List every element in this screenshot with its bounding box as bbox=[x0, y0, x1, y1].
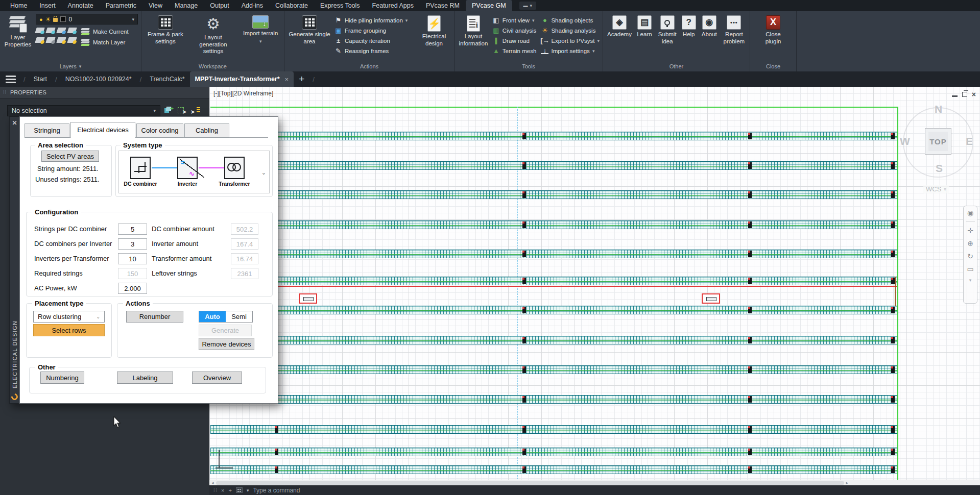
inverters-per-transformer-input[interactable] bbox=[118, 253, 147, 264]
command-grip-icon[interactable]: ∷ bbox=[213, 487, 217, 493]
layer-unlock-tool-icon[interactable] bbox=[67, 37, 77, 43]
submit-idea-button[interactable]: Submit idea bbox=[656, 14, 679, 46]
menu-insert[interactable]: Insert bbox=[33, 0, 61, 11]
auto-toggle-button[interactable]: Auto bbox=[199, 311, 226, 322]
menu-manage[interactable]: Manage bbox=[169, 0, 204, 11]
menu-annotate[interactable]: Annotate bbox=[62, 0, 100, 11]
generate-single-area-button[interactable]: Generate single area bbox=[288, 14, 331, 46]
viewport-minimize-icon[interactable] bbox=[952, 95, 958, 97]
terrain-mesh-button[interactable]: ▲ Terrain mesh bbox=[492, 46, 538, 55]
learn-button[interactable]: ▤ Learn bbox=[635, 14, 654, 40]
orbit-icon[interactable]: ↻ bbox=[967, 252, 973, 260]
pv-panel-row[interactable] bbox=[210, 306, 897, 314]
select-pv-areas-button[interactable]: Select PV areas bbox=[41, 151, 99, 162]
shading-analysis-button[interactable]: ☀ Shading analysis bbox=[541, 26, 600, 35]
layout-information-button[interactable]: Layout information bbox=[458, 14, 489, 48]
command-close-icon[interactable]: × bbox=[221, 487, 224, 493]
command-input[interactable] bbox=[253, 487, 467, 494]
frame-grouping-button[interactable]: ▣ Frame grouping bbox=[334, 26, 415, 35]
file-tab-mppt-inverter-transformer[interactable]: MPPT-Inverter-Transformer* × bbox=[190, 71, 294, 87]
transformer-station-symbol[interactable] bbox=[299, 293, 317, 304]
draw-road-button[interactable]: ∥ Draw road bbox=[492, 36, 538, 45]
chevron-down-icon[interactable]: ▾ bbox=[969, 278, 972, 283]
make-current-button[interactable]: Make Current bbox=[81, 28, 129, 35]
tab-stringing[interactable]: Stringing bbox=[25, 123, 69, 137]
remove-devices-button[interactable]: Remove devices bbox=[199, 338, 254, 350]
academy-button[interactable]: ◈ Academy bbox=[606, 14, 633, 40]
close-plugin-button[interactable]: X Close plugin bbox=[760, 14, 786, 46]
layer-on-tool-icon[interactable] bbox=[35, 37, 45, 43]
viewcube-north[interactable]: N bbox=[935, 103, 942, 115]
hide-piling-information-button[interactable]: ⚑ Hide piling information ▾ bbox=[334, 16, 415, 24]
menu-express-tools[interactable]: Express Tools bbox=[314, 0, 366, 11]
pv-panel-row[interactable] bbox=[210, 395, 897, 404]
wcs-dropdown[interactable]: WCS ▿ bbox=[923, 185, 949, 193]
tab-cabling[interactable]: Cabling bbox=[184, 123, 229, 137]
horizontal-scrollbar[interactable]: ◂ ▸ bbox=[209, 480, 980, 485]
ac-power-input[interactable] bbox=[118, 283, 147, 294]
scrollbar-thumb[interactable] bbox=[216, 481, 844, 485]
selection-type-dropdown[interactable]: No selection ▾ bbox=[7, 105, 160, 116]
scroll-right-icon[interactable]: ▸ bbox=[844, 480, 851, 485]
help-button[interactable]: ? Help bbox=[681, 14, 697, 40]
tab-close-icon[interactable]: × bbox=[285, 76, 289, 83]
numbering-button[interactable]: Numbering bbox=[40, 372, 84, 384]
about-button[interactable]: ◉ About bbox=[699, 14, 720, 40]
menu-home[interactable]: Home bbox=[4, 0, 33, 11]
frame-park-settings-button[interactable]: Frame & park settings bbox=[145, 14, 186, 46]
pv-panel-row[interactable] bbox=[210, 365, 897, 374]
file-tab-trenchcalc[interactable]: TrenchCalc* bbox=[145, 71, 189, 87]
hamburger-menu-icon[interactable] bbox=[3, 71, 18, 87]
viewcube-east[interactable]: E bbox=[966, 135, 973, 147]
scroll-left-icon[interactable]: ◂ bbox=[209, 480, 216, 485]
layout-generation-settings-button[interactable]: ⚙ Layout generation settings bbox=[189, 14, 236, 57]
semi-toggle-button[interactable]: Semi bbox=[226, 311, 252, 322]
import-settings-button[interactable]: ↓ Import settings ▾ bbox=[541, 46, 600, 55]
layer-properties-button[interactable]: Layer Properties bbox=[3, 14, 33, 50]
tab-color-coding[interactable]: Color coding bbox=[136, 123, 183, 137]
showmotion-icon[interactable]: ▭ bbox=[967, 265, 973, 273]
viewport-restore-icon[interactable] bbox=[962, 92, 967, 97]
layer-selector-combo[interactable]: ● ☀ 0 ▾ bbox=[36, 14, 138, 24]
layer-unisolate-tool-icon[interactable] bbox=[45, 37, 56, 43]
shading-objects-button[interactable]: ● Shading objects bbox=[541, 16, 600, 24]
layer-off-tool-icon[interactable] bbox=[35, 28, 45, 33]
select-objects-icon[interactable]: ➤ bbox=[190, 106, 200, 115]
steering-wheel-icon[interactable]: ◉ bbox=[967, 209, 973, 217]
layer-isolate-tool-icon[interactable] bbox=[45, 28, 56, 33]
palette-title-bar[interactable]: ✕ ELECTRICAL DESIGN bbox=[9, 116, 19, 404]
viewcube-south[interactable]: S bbox=[936, 162, 943, 175]
pan-icon[interactable]: ✛ bbox=[967, 227, 973, 235]
file-tab-start[interactable]: Start bbox=[29, 71, 52, 87]
viewcube-top-face[interactable]: TOP bbox=[925, 128, 951, 155]
new-selection-icon[interactable]: + bbox=[164, 106, 174, 115]
pv-panel-row[interactable] bbox=[210, 277, 897, 285]
quick-select-icon[interactable]: ➤ bbox=[177, 106, 187, 115]
front-view-button[interactable]: ◧ Front view ▾ bbox=[492, 16, 538, 24]
match-layer-button[interactable]: Match Layer bbox=[81, 39, 129, 46]
electrical-design-button[interactable]: ⚡ Electrical design bbox=[418, 14, 450, 48]
layer-thaw-tool-icon[interactable] bbox=[56, 37, 66, 43]
report-problem-button[interactable]: ••• Report problem bbox=[722, 14, 747, 46]
viewcube-west[interactable]: W bbox=[900, 135, 910, 147]
select-rows-button[interactable]: Select rows bbox=[33, 324, 105, 336]
menu-view[interactable]: View bbox=[142, 0, 169, 11]
renumber-button[interactable]: Renumber bbox=[126, 311, 183, 323]
zoom-icon[interactable]: ⊕ bbox=[967, 239, 973, 247]
dc-combiners-per-inverter-input[interactable] bbox=[118, 238, 147, 250]
command-recent-icon[interactable] bbox=[236, 487, 243, 493]
chevron-down-icon[interactable]: ⌄ bbox=[261, 169, 266, 176]
transformer-station-symbol[interactable] bbox=[702, 293, 720, 304]
chevron-down-icon[interactable]: ▾ bbox=[247, 488, 249, 493]
placement-mode-dropdown[interactable]: Row clustering ⌄ bbox=[33, 311, 105, 323]
menu-featured-apps[interactable]: Featured Apps bbox=[366, 0, 420, 11]
pv-panel-row[interactable] bbox=[210, 220, 897, 229]
layers-group-label[interactable]: Layers▾ bbox=[0, 61, 141, 71]
strings-per-dc-combiner-input[interactable] bbox=[118, 224, 147, 235]
file-tab-nos1002[interactable]: NOS1002-100 020924* bbox=[60, 71, 137, 87]
pv-panel-row[interactable] bbox=[210, 448, 897, 456]
properties-header[interactable]: ⁞⁞ PROPERTIES bbox=[0, 87, 209, 98]
pv-panel-row[interactable] bbox=[210, 250, 897, 258]
menu-parametric[interactable]: Parametric bbox=[100, 0, 142, 11]
tab-electrical-devices[interactable]: Electrical devices bbox=[70, 122, 135, 138]
